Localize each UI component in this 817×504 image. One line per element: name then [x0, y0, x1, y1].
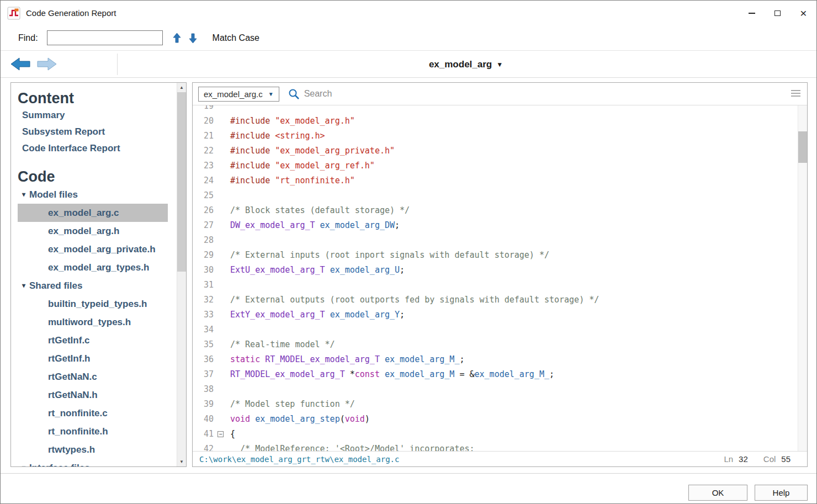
- code-line: 21#include <string.h>: [193, 129, 798, 144]
- code-text: [230, 105, 798, 114]
- code-text: [230, 188, 798, 203]
- triangle-down-icon: ▾: [22, 462, 25, 466]
- sidebar-file-rtgetinf-c[interactable]: rtGetInf.c: [18, 331, 168, 349]
- code-line: 33ExtY_ex_model_arg_T ex_model_arg_Y;: [193, 307, 798, 322]
- sidebar-file-ex-model-arg-types-h[interactable]: ex_model_arg_types.h: [18, 258, 168, 277]
- fold-column: [214, 218, 230, 233]
- line-number: 35: [193, 337, 214, 352]
- sidebar-group-interface-files[interactable]: ▾Interface files: [18, 459, 177, 466]
- file-selector-value: ex_model_arg.c: [204, 89, 263, 99]
- back-button[interactable]: [9, 56, 31, 72]
- code-line: 31: [193, 278, 798, 293]
- model-title-label: ex_model_arg: [429, 59, 492, 70]
- minimize-button[interactable]: [739, 1, 765, 25]
- find-next-button[interactable]: [189, 33, 197, 44]
- code-line: 25: [193, 188, 798, 203]
- sidebar-file-rtgetnan-h[interactable]: rtGetNaN.h: [18, 386, 168, 404]
- line-number: 26: [193, 203, 214, 218]
- code-line: 19: [193, 105, 798, 114]
- code-scrollbar-thumb[interactable]: [798, 131, 807, 163]
- sidebar-group-shared-files[interactable]: ▾Shared files: [18, 277, 177, 295]
- code-line: 30ExtU_ex_model_arg_T ex_model_arg_U;: [193, 263, 798, 278]
- sidebar-file-ex-model-arg-h[interactable]: ex_model_arg.h: [18, 222, 168, 240]
- code-line: 29/* External inputs (root inport signal…: [193, 248, 798, 263]
- maximize-icon: [774, 10, 781, 16]
- code-status-bar: C:\work\ex_model_arg_grt_rtw\ex_model_ar…: [193, 451, 807, 466]
- code-line: 26/* Block states (default storage) */: [193, 203, 798, 218]
- navigation-bar: ex_model_arg ▼: [1, 51, 816, 78]
- sidebar-scrollbar-thumb[interactable]: [177, 92, 186, 272]
- maximize-button[interactable]: [765, 1, 791, 25]
- code-heading: Code: [18, 168, 177, 185]
- code-line: 41−{: [193, 427, 798, 442]
- code-scrollbar[interactable]: [798, 105, 807, 451]
- code-text: RT_MODEL_ex_model_arg_T *const ex_model_…: [230, 367, 798, 382]
- scroll-up-icon[interactable]: ▲: [177, 83, 186, 92]
- sidebar-item-subsystem-report[interactable]: Subsystem Report: [18, 124, 177, 140]
- fold-column: [214, 307, 230, 322]
- sidebar-file-ex-model-arg-c[interactable]: ex_model_arg.c: [18, 204, 168, 222]
- fold-column: [214, 412, 230, 427]
- close-button[interactable]: ×: [791, 1, 816, 25]
- code-text: [230, 278, 798, 293]
- fold-column: [214, 382, 230, 397]
- sidebar-file-rtgetnan-c[interactable]: rtGetNaN.c: [18, 368, 168, 386]
- ok-button[interactable]: OK: [688, 485, 747, 501]
- code-lines: 1920#include "ex_model_arg.h"21#include …: [193, 105, 798, 451]
- line-number: 32: [193, 293, 214, 307]
- sidebar-file-rtgetinf-h[interactable]: rtGetInf.h: [18, 349, 168, 368]
- sidebar-file-rtwtypes-h[interactable]: rtwtypes.h: [18, 441, 168, 459]
- fold-column: [214, 352, 230, 367]
- code-text: #include <string.h>: [230, 129, 798, 144]
- file-selector-dropdown[interactable]: ex_model_arg.c ▼: [198, 87, 279, 102]
- code-line: 22#include "ex_model_arg_private.h": [193, 144, 798, 158]
- match-case-toggle[interactable]: Match Case: [213, 33, 259, 43]
- sidebar-group-model-files[interactable]: ▾Model files: [18, 185, 177, 204]
- menu-icon[interactable]: [791, 90, 800, 97]
- sidebar-file-rt-nonfinite-h[interactable]: rt_nonfinite.h: [18, 422, 168, 441]
- sidebar-item-summary[interactable]: Summary: [18, 107, 177, 124]
- sidebar-item-code-interface-report[interactable]: Code Interface Report: [18, 140, 177, 157]
- fold-column: [214, 248, 230, 263]
- code-text: ExtU_ex_model_arg_T ex_model_arg_U;: [230, 263, 798, 278]
- sidebar-scrollbar[interactable]: ▲ ▼: [177, 83, 186, 466]
- code-search-input[interactable]: [304, 89, 724, 99]
- code-text: #include "rt_nonfinite.h": [230, 173, 798, 188]
- line-number: 31: [193, 278, 214, 293]
- find-input[interactable]: [47, 30, 163, 45]
- sidebar-group-label: Shared files: [29, 280, 82, 291]
- fold-column: [214, 397, 230, 412]
- line-number: 20: [193, 114, 214, 129]
- fold-column: −: [214, 427, 230, 442]
- fold-column: [214, 158, 230, 173]
- fold-column: [214, 263, 230, 278]
- code-text: #include "ex_model_arg_private.h": [230, 144, 798, 158]
- code-line: 28: [193, 233, 798, 248]
- code-text: /* Real-time model */: [230, 337, 798, 352]
- line-number: 28: [193, 233, 214, 248]
- line-number: 33: [193, 307, 214, 322]
- code-text: [230, 382, 798, 397]
- collapse-icon[interactable]: −: [217, 431, 224, 437]
- sidebar-file-rt-nonfinite-c[interactable]: rt_nonfinite.c: [18, 404, 168, 422]
- find-previous-button[interactable]: [173, 33, 181, 44]
- sidebar-file-ex-model-arg-private-h[interactable]: ex_model_arg_private.h: [18, 240, 168, 258]
- line-number: 22: [193, 144, 214, 158]
- help-button[interactable]: Help: [755, 485, 808, 501]
- code-line: 42 /* ModelReference: '<Root>/Model' inc…: [193, 442, 798, 451]
- scroll-down-icon[interactable]: ▼: [177, 457, 186, 466]
- content-heading: Content: [18, 89, 177, 107]
- model-title-dropdown[interactable]: ex_model_arg ▼: [429, 51, 503, 78]
- code-line: 39/* Model step function */: [193, 397, 798, 412]
- simulink-report-icon: [7, 7, 20, 20]
- code-text: #include "ex_model_arg_ref.h": [230, 158, 798, 173]
- sidebar-file-builtin-typeid-types-h[interactable]: builtin_typeid_types.h: [18, 295, 168, 313]
- code-line: 34: [193, 322, 798, 337]
- fold-column: [214, 293, 230, 307]
- line-number: 19: [193, 105, 214, 114]
- code-text: [230, 322, 798, 337]
- line-number: 27: [193, 218, 214, 233]
- sidebar-file-multiword-types-h[interactable]: multiword_types.h: [18, 313, 168, 331]
- search-icon: [288, 88, 300, 100]
- forward-button[interactable]: [36, 56, 58, 72]
